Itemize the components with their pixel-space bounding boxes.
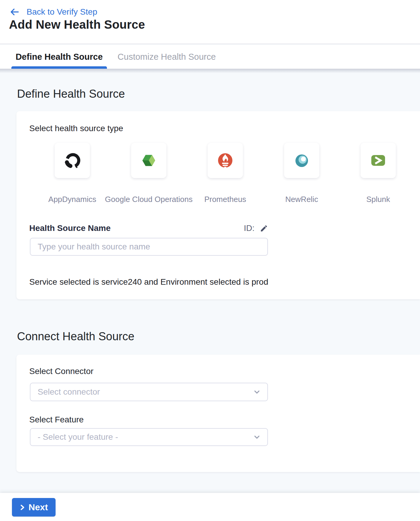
source-tile-prometheus[interactable]: [208, 143, 243, 178]
arrow-left-icon: [10, 8, 19, 16]
select-type-label: Select health source type: [29, 124, 123, 133]
add-health-source-page: Back to Verify Step Add New Health Sourc…: [0, 0, 420, 521]
newrelic-icon: [292, 151, 311, 170]
footer-bar: Next: [0, 493, 420, 521]
feature-dropdown[interactable]: - Select your feature -: [30, 428, 268, 446]
health-source-name-input[interactable]: [30, 238, 268, 256]
source-tile-newrelic[interactable]: [284, 143, 319, 178]
tab-bar-shadow: [0, 69, 420, 73]
chevron-down-icon: [252, 387, 261, 396]
source-tile-appdynamics[interactable]: [55, 143, 90, 178]
splunk-icon: [369, 151, 388, 170]
chevron-down-icon: [252, 433, 261, 442]
next-button[interactable]: Next: [12, 498, 56, 517]
back-link-label: Back to Verify Step: [27, 7, 97, 17]
google-cloud-operations-icon: [140, 151, 158, 170]
health-source-name-label: Health Source Name: [29, 223, 111, 233]
tab-customize-label: Customize Health Source: [118, 52, 216, 62]
select-connector-label: Select Connector: [29, 367, 93, 376]
source-tile-google-cloud-operations[interactable]: [131, 143, 166, 178]
edit-id-button[interactable]: [260, 224, 268, 232]
source-label-splunk: Splunk: [327, 195, 420, 204]
pencil-icon: [260, 224, 268, 232]
tab-customize-health-source[interactable]: Customize Health Source: [117, 45, 216, 69]
tab-define-health-source[interactable]: Define Health Source: [11, 45, 107, 69]
back-to-verify-link[interactable]: Back to Verify Step: [10, 5, 97, 19]
id-row: ID:: [244, 223, 268, 233]
source-tile-splunk[interactable]: [361, 143, 396, 178]
define-health-source-card: Select health source type: [16, 111, 420, 299]
tab-define-label: Define Health Source: [16, 52, 103, 62]
connect-section-heading: Connect Health Source: [17, 330, 134, 343]
active-tab-underline: [11, 66, 107, 69]
id-label: ID:: [244, 223, 255, 233]
next-button-label: Next: [28, 502, 48, 512]
chevron-right-icon: [19, 504, 25, 511]
feature-dropdown-value: - Select your feature -: [38, 432, 118, 442]
page-title: Add New Health Source: [9, 18, 145, 31]
connect-health-source-card: Select Connector Select connector Select…: [16, 355, 420, 472]
appdynamics-icon: [62, 151, 82, 170]
connector-dropdown[interactable]: Select connector: [30, 383, 268, 401]
tab-bar: Define Health Source Customize Health So…: [0, 45, 420, 69]
service-environment-note: Service selected is service240 and Envir…: [29, 277, 268, 287]
page-header: Back to Verify Step Add New Health Sourc…: [0, 0, 420, 44]
connector-dropdown-value: Select connector: [38, 387, 100, 397]
define-section-heading: Define Health Source: [17, 87, 125, 100]
prometheus-icon: [216, 151, 235, 170]
select-feature-label: Select Feature: [29, 415, 84, 425]
